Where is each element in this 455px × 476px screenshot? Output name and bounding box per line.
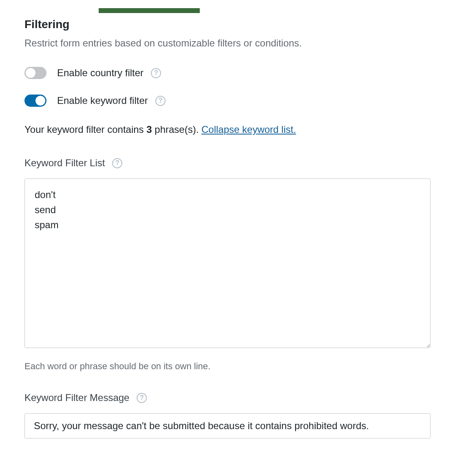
- keyword-filter-list-textarea[interactable]: [24, 178, 431, 348]
- keyword-list-helper: Each word or phrase should be on its own…: [24, 361, 431, 372]
- help-icon[interactable]: ?: [155, 96, 166, 106]
- keyword-list-label-row: Keyword Filter List ?: [24, 157, 431, 169]
- country-filter-row: Enable country filter ?: [24, 67, 431, 79]
- keyword-message-label-row: Keyword Filter Message ?: [24, 392, 431, 403]
- collapse-keyword-list-link[interactable]: Collapse keyword list.: [201, 124, 296, 135]
- keyword-filter-label: Enable keyword filter: [57, 95, 148, 106]
- keyword-filter-toggle[interactable]: [24, 95, 46, 107]
- country-filter-label: Enable country filter: [57, 67, 144, 79]
- help-icon[interactable]: ?: [112, 158, 122, 168]
- keyword-filter-row: Enable keyword filter ?: [24, 95, 431, 107]
- toggle-knob: [26, 68, 35, 78]
- toggle-knob: [35, 96, 45, 106]
- status-suffix: phrase(s).: [152, 124, 201, 135]
- keyword-message-label: Keyword Filter Message: [24, 392, 129, 403]
- section-title: Filtering: [24, 18, 431, 31]
- status-count: 3: [146, 124, 152, 135]
- help-icon[interactable]: ?: [151, 68, 161, 78]
- keyword-filter-message-input[interactable]: [24, 413, 431, 439]
- help-icon[interactable]: ?: [137, 393, 147, 403]
- country-filter-toggle[interactable]: [24, 67, 46, 79]
- keyword-filter-status: Your keyword filter contains 3 phrase(s)…: [24, 122, 431, 137]
- page-top-artifact: [99, 8, 200, 13]
- status-prefix: Your keyword filter contains: [24, 124, 146, 135]
- section-description: Restrict form entries based on customiza…: [24, 36, 431, 51]
- keyword-list-label: Keyword Filter List: [24, 157, 105, 169]
